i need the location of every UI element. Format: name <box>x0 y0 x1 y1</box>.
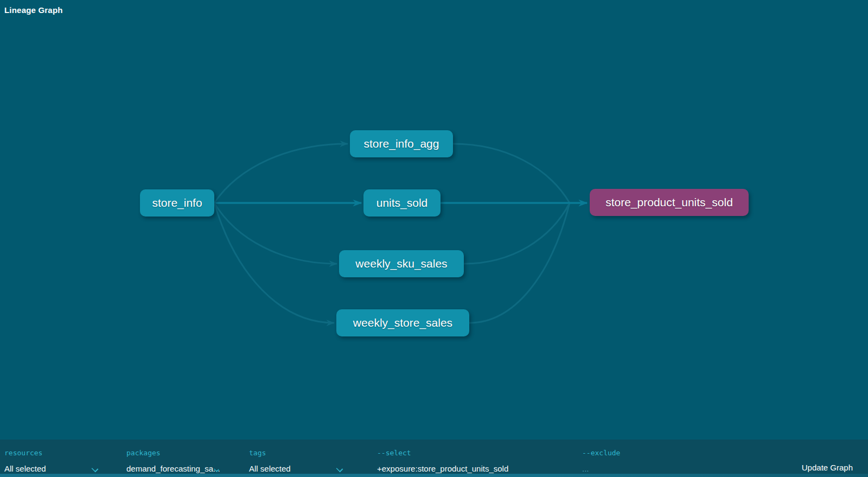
lineage-graph-canvas[interactable]: store_infostore_info_aggunits_soldweekly… <box>0 0 868 477</box>
node-store_info_agg[interactable]: store_info_agg <box>350 130 453 157</box>
chevron-down-icon[interactable] <box>92 466 98 472</box>
filter-exclude: --exclude ... <box>582 440 691 477</box>
edge-store_info-store_info_agg <box>214 144 348 203</box>
filter-tags: tags All selected <box>249 440 352 477</box>
filter-packages: packages demand_forecasting_sa... <box>126 440 229 477</box>
toolbar-bottom-strip <box>0 474 868 477</box>
chevron-down-icon[interactable] <box>337 466 342 472</box>
resources-label: resources <box>4 449 42 457</box>
graph-filter-toolbar: resources All selected packages demand_f… <box>0 440 868 477</box>
edge-weekly_sku_sales-store_product <box>464 203 570 264</box>
exclude-input[interactable]: ... <box>582 464 589 473</box>
page-title: Lineage Graph <box>4 5 63 15</box>
packages-label: packages <box>126 449 161 457</box>
node-weekly_sku_sales[interactable]: weekly_sku_sales <box>339 250 464 277</box>
edge-store_info_agg-store_product <box>453 144 570 203</box>
node-store_product_units_sold[interactable]: store_product_units_sold <box>590 189 749 216</box>
node-weekly_store_sales[interactable]: weekly_store_sales <box>336 309 469 336</box>
edges-layer <box>0 0 868 477</box>
exclude-label: --exclude <box>582 449 620 457</box>
update-graph-button[interactable]: Update Graph <box>802 463 853 472</box>
chevron-down-icon[interactable] <box>214 467 219 472</box>
select-label: --select <box>377 449 411 457</box>
tags-dropdown[interactable]: All selected <box>249 464 291 473</box>
lineage-graph-app: store_infostore_info_aggunits_soldweekly… <box>0 0 868 477</box>
tags-label: tags <box>249 449 266 457</box>
packages-dropdown[interactable]: demand_forecasting_sa... <box>126 464 220 473</box>
filter-select: --select +exposure:store_product_units_s… <box>377 440 556 477</box>
select-input[interactable]: +exposure:store_product_units_sold <box>377 464 508 473</box>
edge-store_info-weekly_sku_sales <box>214 203 337 264</box>
filter-resources: resources All selected <box>4 440 107 477</box>
node-store_info[interactable]: store_info <box>140 189 214 217</box>
node-units_sold[interactable]: units_sold <box>363 189 441 217</box>
resources-dropdown[interactable]: All selected <box>4 464 46 473</box>
